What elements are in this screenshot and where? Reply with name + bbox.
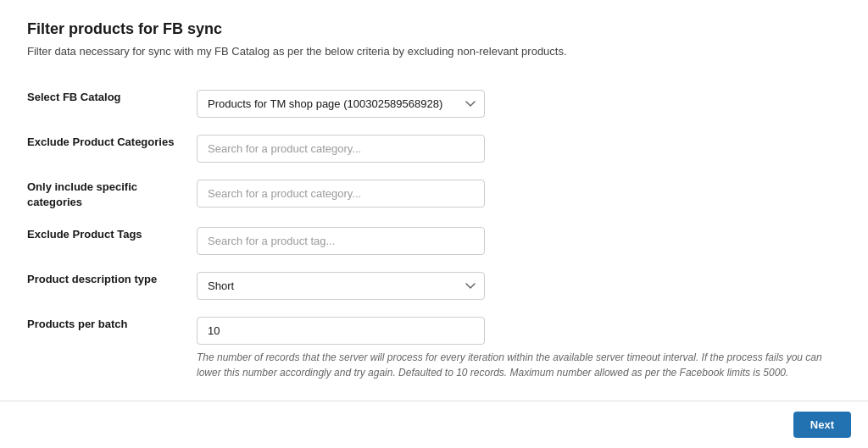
- exclude-tags-input[interactable]: [197, 227, 485, 255]
- field-description-type: Short Long Full: [197, 263, 841, 308]
- include-specific-categories-input[interactable]: [197, 180, 485, 207]
- label-include-specific-categories: Only include specific categories: [27, 171, 197, 218]
- label-exclude-tags: Exclude Product Tags: [27, 218, 197, 263]
- label-description-type: Product description type: [27, 263, 197, 308]
- row-exclude-tags: Exclude Product Tags: [27, 218, 841, 263]
- exclude-categories-input[interactable]: [197, 135, 485, 163]
- field-exclude-categories: [197, 126, 841, 171]
- products-per-batch-input[interactable]: [197, 317, 485, 345]
- row-exclude-categories: Exclude Product Categories: [27, 126, 841, 171]
- field-include-specific-categories: [197, 171, 841, 218]
- form-table: Select FB Catalog Products for TM shop p…: [27, 81, 841, 389]
- field-products-per-batch: The number of records that the server wi…: [197, 308, 841, 389]
- row-include-specific-categories: Only include specific categories: [27, 171, 841, 218]
- page-subtitle: Filter data necessary for sync with my F…: [27, 45, 841, 58]
- field-select-fb-catalog: Products for TM shop page (1003025895689…: [197, 81, 841, 126]
- label-select-fb-catalog: Select FB Catalog: [27, 81, 197, 126]
- footer-bar: Next: [0, 401, 868, 448]
- row-products-per-batch: Products per batch The number of records…: [27, 308, 841, 389]
- next-button[interactable]: Next: [793, 412, 851, 438]
- label-products-per-batch: Products per batch: [27, 308, 197, 389]
- row-description-type: Product description type Short Long Full: [27, 263, 841, 308]
- products-per-batch-help: The number of records that the server wi…: [197, 350, 841, 380]
- row-select-fb-catalog: Select FB Catalog Products for TM shop p…: [27, 81, 841, 126]
- page-title: Filter products for FB sync: [27, 20, 841, 38]
- description-type-dropdown[interactable]: Short Long Full: [197, 272, 485, 300]
- label-exclude-categories: Exclude Product Categories: [27, 126, 197, 171]
- page-container: Filter products for FB sync Filter data …: [0, 0, 868, 409]
- field-exclude-tags: [197, 218, 841, 263]
- select-fb-catalog-dropdown[interactable]: Products for TM shop page (1003025895689…: [197, 90, 485, 118]
